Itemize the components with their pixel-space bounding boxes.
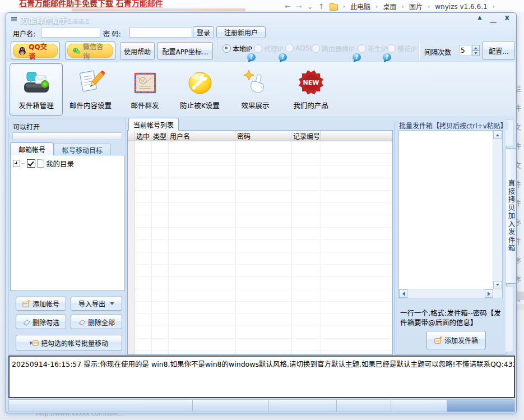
tree-checkbox[interactable] — [27, 159, 35, 168]
import-export-button[interactable]: 导入导出 — [71, 297, 122, 311]
help-balloon-icon[interactable]: ? — [353, 53, 361, 61]
config-button[interactable]: 配置... — [483, 41, 515, 60]
window-controls: ▲ ＿ X — [478, 15, 509, 24]
scroll-down-icon[interactable] — [493, 281, 502, 289]
column-header-checked[interactable]: 选中 — [135, 131, 151, 141]
column-header-password[interactable]: 密码 — [235, 131, 291, 141]
help-balloon-icon[interactable]: ? — [383, 53, 391, 61]
batch-move-button[interactable]: 把勾选的帐号批量移动 — [16, 335, 122, 350]
radio-proxy-ip[interactable]: 代理IP — [254, 44, 284, 53]
breadcrumb-this-pc[interactable]: 此电脑 — [350, 2, 370, 11]
minimize-icon[interactable]: ＿ — [490, 15, 497, 24]
stepper-up-icon[interactable] — [472, 45, 480, 50]
add-account-button[interactable]: 添加帐号 — [16, 297, 66, 311]
radio-icon — [222, 44, 231, 53]
tree-root-row[interactable]: 我的目录 — [11, 155, 124, 172]
toolbar-item-effect-show[interactable]: 效果展示 — [229, 63, 282, 116]
toolbar-item-label: 效果展示 — [241, 100, 269, 110]
stepper-buttons — [472, 45, 480, 56]
breadcrumb-pictures[interactable]: 图片 — [409, 2, 423, 11]
crumb-separator: › — [428, 3, 430, 10]
outbox-manage-icon — [22, 68, 51, 97]
stepper-down-icon[interactable] — [472, 50, 480, 56]
grid-line — [321, 141, 321, 354]
breadcrumb-desktop[interactable]: 桌面 — [383, 2, 396, 11]
help-balloon-icon[interactable]: ? — [247, 53, 256, 61]
delete-checked-button[interactable]: 删除勾选 — [16, 315, 66, 329]
status-log-text[interactable]: 20250914-16:15:57 提示:你现在使用的是 win8,如果你不是w… — [12, 358, 512, 369]
batch-outbox-groupbox: 批量发件箱【拷贝后按ctrl+v粘贴】 一行一个,格式:发件箱--密码【发件箱要… — [395, 122, 507, 355]
grid-line — [235, 141, 236, 354]
history-dropdown-icon[interactable]: ⌄ — [307, 2, 313, 11]
scroll-left-icon[interactable] — [399, 289, 407, 298]
radio-huasheng-ip[interactable]: 花生IP — [358, 44, 387, 53]
tab-account-move-target[interactable]: 帐号移动目标 — [54, 144, 111, 155]
toolbar-item-label: 发件箱管理 — [18, 100, 54, 110]
scroll-up-icon[interactable] — [493, 131, 502, 139]
password-input[interactable] — [129, 27, 192, 38]
toolbar-item-anti-block[interactable]: 防止被K设置 — [173, 63, 226, 116]
radio-yinghua-ip[interactable]: 樱花IP — [387, 44, 417, 53]
tree-expander-icon[interactable] — [13, 160, 20, 167]
app-menu-icon[interactable] — [11, 17, 17, 18]
column-header-username[interactable]: 用户名 — [168, 131, 235, 141]
toolbar-item-mail-content[interactable]: 邮件内容设置 — [64, 63, 117, 116]
column-header-type[interactable]: 类型 — [151, 131, 168, 141]
radio-label: 路由器换IP — [322, 44, 355, 53]
folder-page-icon — [37, 159, 44, 168]
side-tab-strip — [506, 286, 514, 352]
batch-outbox-panel: 批量发件箱【拷贝后按ctrl+v粘贴】 一行一个,格式:发件箱--密码【发件箱要… — [395, 118, 507, 355]
crumb-separator: › — [375, 3, 378, 10]
help-button[interactable]: 使用帮助 — [120, 42, 155, 60]
radio-local-ip[interactable]: 本地IP — [222, 44, 252, 53]
status-bar — [8, 399, 515, 412]
delete-all-label: 删除全部 — [88, 317, 115, 327]
title-bar[interactable]: 万能邮件助手1.6.6.1 ▲ ＿ X — [6, 13, 516, 25]
interval-input[interactable] — [459, 45, 471, 56]
background-page-link[interactable]: 石青万能邮件助手免费下载 石青万能邮件 — [19, 0, 163, 8]
vertical-scrollbar[interactable] — [493, 131, 502, 289]
delete-all-button[interactable]: 删除全部 — [71, 315, 122, 329]
login-button[interactable]: 登录 — [193, 26, 214, 38]
batch-outbox-textarea[interactable] — [398, 130, 503, 298]
radio-icon — [254, 44, 262, 53]
close-icon[interactable]: X — [505, 15, 509, 24]
scroll-right-icon[interactable] — [485, 289, 493, 298]
back-icon[interactable]: ← — [285, 2, 291, 11]
add-account-label: 添加帐号 — [33, 299, 59, 308]
grid-line — [291, 141, 292, 354]
add-outbox-label: 添加发件箱 — [444, 335, 478, 345]
login-row: 用户名: 密 码: 登录 注册新用户 — [7, 25, 515, 40]
up-icon[interactable]: ↑ — [318, 2, 324, 11]
tab-current-account-list[interactable]: 当前帐号列表 — [128, 118, 179, 131]
account-tree[interactable]: 我的目录 — [10, 155, 124, 291]
qq-chat-button[interactable]: QQ交谈 — [11, 41, 60, 60]
horizontal-scrollbar[interactable] — [399, 289, 502, 298]
link-text-dark: 石青万能邮件助手免费下载 石青 — [19, 0, 132, 8]
forward-icon[interactable]: → — [296, 2, 302, 11]
eraser-icon — [78, 319, 86, 326]
username-input[interactable] — [41, 27, 100, 38]
radio-adsl[interactable]: ADSL — [285, 44, 313, 52]
toolbar-item-outbox-manage[interactable]: 发件箱管理 — [10, 63, 63, 116]
move-icon — [30, 339, 39, 347]
batch-move-label: 把勾选的帐号批量移动 — [41, 338, 108, 348]
side-tab-direct-copy[interactable]: 直接拷贝加入发件箱 — [506, 148, 517, 284]
table-body[interactable] — [128, 141, 392, 354]
help-balloon-icon[interactable]: ? — [279, 53, 287, 61]
status-cell-active — [447, 399, 515, 412]
toolbar-item-label: 邮件群发 — [131, 100, 159, 110]
breadcrumb-folder[interactable]: wnyizs v1.6.6.1 — [435, 3, 487, 11]
radio-router-ip[interactable]: 路由器换IP — [312, 44, 355, 53]
toolbar-item-mass-send[interactable]: 邮件群发 — [118, 63, 171, 116]
register-button[interactable]: 注册新用户 — [216, 26, 266, 38]
app-coord-config-button[interactable]: 配置APP坐标... — [157, 42, 213, 60]
tab-mailbox-accounts[interactable]: 邮箱帐号 — [10, 142, 54, 155]
wechat-button[interactable]: 微信咨询 — [65, 41, 115, 60]
toolbar-item-our-products[interactable]: NEW 我们的产品 — [284, 63, 337, 116]
account-table[interactable]: 选中 类型 用户名 密码 记录编号 — [127, 130, 393, 355]
add-outbox-button[interactable]: 添加发件箱 — [426, 331, 486, 349]
tree-root-label[interactable]: 我的目录 — [46, 158, 74, 169]
column-header-record-id[interactable]: 记录编号 — [291, 131, 321, 141]
rollup-icon[interactable]: ▲ — [478, 15, 482, 24]
